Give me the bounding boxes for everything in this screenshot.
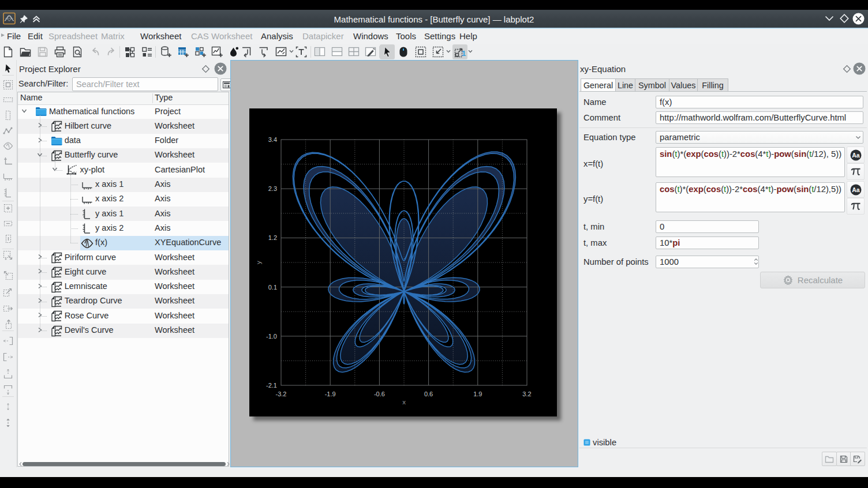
- toolbar-navigate-mouse-button[interactable]: [396, 44, 411, 59]
- y-constants-button[interactable]: Aa: [847, 181, 865, 198]
- toolbar-new-plot-button[interactable]: [274, 44, 289, 59]
- rail-shift-up-button[interactable]: [2, 367, 14, 380]
- toolbar-grid-panes-button[interactable]: [346, 44, 361, 59]
- pin-toolbar-button[interactable]: [19, 14, 28, 24]
- menu-file[interactable]: File: [3, 29, 25, 41]
- save-as-template-button[interactable]: [850, 452, 865, 466]
- tree-item-name[interactable]: xy-plot: [80, 165, 104, 174]
- toolbar-new-datapicker-button[interactable]: [140, 44, 155, 59]
- tree-item-name[interactable]: Eight curve: [65, 267, 107, 276]
- toolbar-import-file-button[interactable]: [238, 44, 253, 59]
- rail-cursor-button[interactable]: [2, 62, 14, 75]
- tree-item-name[interactable]: x axis 2: [95, 194, 124, 203]
- menu-analysis[interactable]: Analysis: [257, 29, 297, 41]
- toolbar-new-workbook-button[interactable]: [122, 44, 137, 59]
- tree-item-name[interactable]: data: [65, 136, 81, 145]
- toolbar-zoom-original-dropdown[interactable]: [468, 50, 473, 53]
- tree-row-x-axis-1[interactable]: x axis 1Axis: [18, 178, 229, 192]
- rail-scale-auto-button[interactable]: [2, 202, 14, 215]
- rail-add-hrange-button[interactable]: [2, 93, 14, 106]
- tree-row-eight-curve[interactable]: Eight curveWorksheet: [18, 265, 229, 279]
- t-max-input[interactable]: 10*pi: [656, 237, 759, 249]
- points-spinbox[interactable]: 1000: [656, 256, 759, 268]
- tree-item-name[interactable]: Teardrop Curve: [65, 296, 122, 305]
- tree-row-y-axis-1[interactable]: y axis 1Axis: [18, 207, 229, 221]
- rail-shift-left-button[interactable]: [2, 335, 14, 347]
- t-min-input[interactable]: 0: [656, 220, 759, 233]
- tree-row-teardrop-curve[interactable]: Teardrop CurveWorksheet: [18, 294, 229, 309]
- toolbar-split-horizontal-button[interactable]: [330, 44, 345, 59]
- toolbar-edit-redo-button[interactable]: [104, 44, 119, 59]
- menu-matrix[interactable]: Matrix: [97, 29, 129, 41]
- x-functions-button[interactable]: [847, 163, 865, 180]
- toolbar-export-file-button[interactable]: [256, 44, 271, 59]
- menu-windows[interactable]: Windows: [349, 29, 392, 41]
- tree-row-piriform-curve[interactable]: Piriform curveWorksheet: [18, 250, 229, 265]
- tree-row-hilbert-curve[interactable]: Hilbert curveWorksheet: [18, 119, 229, 133]
- tree-header-name[interactable]: Name: [20, 93, 43, 102]
- rail-zoom-in-button[interactable]: [2, 249, 14, 262]
- toolbar-split-vertical-button[interactable]: [312, 44, 327, 59]
- y-functions-button[interactable]: [847, 198, 865, 215]
- tree-row-data[interactable]: dataFolder: [18, 134, 229, 148]
- visible-checkbox[interactable]: [583, 439, 590, 446]
- menu-cas-worksheet[interactable]: CAS Worksheet: [187, 29, 256, 41]
- rail-scale-auto-y-button[interactable]: [2, 232, 14, 245]
- rail-zoom-select-button[interactable]: [2, 286, 14, 298]
- toolbar-document-save-button[interactable]: [35, 44, 50, 59]
- toolbar-text-frame-button[interactable]: [294, 44, 309, 59]
- menu-settings[interactable]: Settings: [420, 29, 459, 41]
- menu-edit[interactable]: Edit: [24, 29, 47, 41]
- tree-horizontal-scrollbar[interactable]: [23, 462, 226, 466]
- tree-item-name[interactable]: Mathematical functions: [49, 107, 134, 116]
- minimize-button[interactable]: [825, 16, 834, 21]
- recalculate-button[interactable]: Recalculate: [760, 272, 865, 288]
- toolbar-new-workbook-blue-button[interactable]: [193, 44, 208, 59]
- rail-scale-auto-x-button[interactable]: [2, 217, 14, 230]
- menu-worksheet[interactable]: Worksheet: [136, 29, 185, 41]
- tree-item-name[interactable]: f(x): [95, 238, 107, 247]
- load-template-button[interactable]: [822, 452, 837, 466]
- equation-type-combobox[interactable]: parametric: [656, 131, 863, 144]
- rail-shift-right-button[interactable]: [2, 351, 14, 363]
- rail-expand-h-button[interactable]: [2, 400, 14, 413]
- tree-item-name[interactable]: Piriform curve: [65, 253, 116, 262]
- toolbar-document-print-button[interactable]: [53, 44, 68, 59]
- tree-item-name[interactable]: Butterfly curve: [65, 150, 118, 159]
- tree-item-name[interactable]: Rose Curve: [65, 311, 109, 320]
- tab-line[interactable]: Line: [615, 78, 635, 92]
- tab-general[interactable]: General: [581, 78, 616, 92]
- rail-add-plot-button[interactable]: [2, 78, 14, 91]
- tree-row-rose-curve[interactable]: Rose CurveWorksheet: [18, 309, 229, 323]
- tree-row-devil-s-curve[interactable]: Devil's CurveWorksheet: [18, 324, 229, 338]
- tree-row-butterfly-curve[interactable]: Butterfly curveWorksheet: [18, 148, 229, 163]
- toolbar-new-worksheet-button[interactable]: [209, 44, 225, 59]
- tree-item-name[interactable]: y axis 1: [95, 209, 124, 218]
- toolbar-document-open-button[interactable]: [18, 44, 33, 59]
- toolbar-edit-layout-button[interactable]: [363, 44, 378, 59]
- toolbar-edit-undo-button[interactable]: [88, 44, 103, 59]
- toolbar-print-preview-button[interactable]: [70, 44, 85, 59]
- maximize-button[interactable]: [840, 14, 849, 23]
- name-input[interactable]: f(x): [656, 96, 863, 108]
- properties-close-button[interactable]: [853, 62, 866, 75]
- tree-header-type[interactable]: Type: [155, 93, 173, 102]
- tree-row-f-x-[interactable]: f(x)XYEquationCurve: [18, 236, 229, 250]
- toolbar-new-plot-dropdown[interactable]: [289, 50, 294, 53]
- rail-add-vrange-button[interactable]: [2, 109, 14, 122]
- toolbar-zoom-fit-selection-button[interactable]: [431, 44, 446, 59]
- tree-item-name[interactable]: Devil's Curve: [65, 325, 114, 335]
- rail-axis-v-button[interactable]: [2, 186, 14, 199]
- project-explorer-float-button[interactable]: [201, 65, 210, 73]
- rail-shift-down-button[interactable]: [2, 384, 14, 396]
- rail-add-axis-button[interactable]: [2, 155, 14, 168]
- project-explorer-close-button[interactable]: [214, 62, 227, 75]
- menu-datapicker[interactable]: Datapicker: [298, 29, 348, 41]
- toolbar-new-spreadsheet-button[interactable]: [158, 44, 173, 59]
- properties-float-button[interactable]: [843, 65, 851, 73]
- app-logo-button[interactable]: [3, 12, 16, 25]
- menu-spreadsheet[interactable]: Spreadsheet: [44, 29, 102, 41]
- rail-zoom-out-button[interactable]: [2, 269, 14, 281]
- toolbar-zoom-original-button[interactable]: 1: [452, 44, 467, 59]
- save-template-button[interactable]: [836, 452, 851, 466]
